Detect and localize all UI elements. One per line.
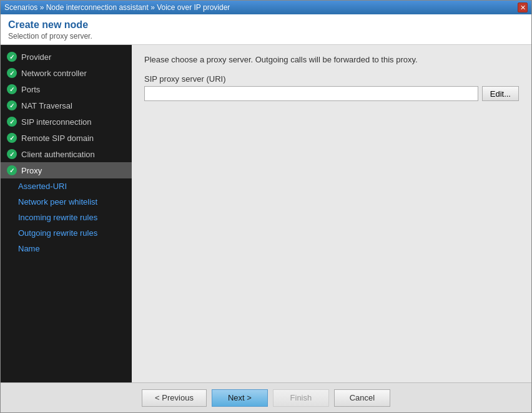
sidebar-item-network-controller[interactable]: ✓Network controller <box>1 65 132 81</box>
cancel-button[interactable]: Cancel <box>334 389 390 407</box>
sidebar-item-label: Remote SIP domain <box>21 134 94 143</box>
check-icon: ✓ <box>7 68 17 78</box>
check-icon: ✓ <box>7 117 17 127</box>
sidebar-sub-item-asserted-uri[interactable]: Asserted-URI <box>1 178 132 194</box>
proxy-form-group: SIP proxy server (URI) Edit... <box>144 74 519 101</box>
sidebar-sub-item-label: Network peer whitelist <box>18 197 97 206</box>
sidebar-item-label: Provider <box>21 52 51 62</box>
sidebar-item-label: Network controller <box>21 69 87 78</box>
proxy-label: SIP proxy server (URI) <box>144 74 519 84</box>
finish-button[interactable]: Finish <box>273 389 329 407</box>
title-bar: Scenarios » Node interconnection assista… <box>1 1 531 14</box>
sidebar-sub-item-incoming-rewrite-rules[interactable]: Incoming rewrite rules <box>1 210 132 225</box>
sidebar-item-label: SIP interconnection <box>21 117 92 127</box>
edit-button[interactable]: Edit... <box>482 86 519 101</box>
sidebar-item-sip-interconnection[interactable]: ✓SIP interconnection <box>1 114 132 130</box>
sidebar-item-remote-sip-domain[interactable]: ✓Remote SIP domain <box>1 130 132 146</box>
proxy-input-row: Edit... <box>144 86 519 101</box>
check-icon: ✓ <box>7 52 17 62</box>
sidebar-item-label: Ports <box>21 85 40 94</box>
check-icon: ✓ <box>7 165 17 175</box>
breadcrumb: Scenarios » Node interconnection assista… <box>4 3 230 12</box>
sidebar-sub-item-label: Incoming rewrite rules <box>18 213 97 222</box>
check-icon: ✓ <box>7 149 17 159</box>
sidebar-sub-item-label: Outgoing rewrite rules <box>18 228 97 238</box>
body: ✓Provider✓Network controller✓Ports✓NAT T… <box>1 45 531 382</box>
sidebar-sub-item-label: Name <box>18 244 40 253</box>
sidebar-item-label: Proxy <box>21 166 42 175</box>
sidebar-sub-item-label: Asserted-URI <box>18 182 67 191</box>
proxy-input[interactable] <box>144 86 478 101</box>
sidebar-item-proxy[interactable]: ✓Proxy <box>1 162 132 178</box>
sidebar-item-label: Client authentication <box>21 150 95 159</box>
page-header: Create new node Selection of proxy serve… <box>1 14 531 45</box>
page-title: Create new node <box>8 19 524 31</box>
page-subtitle: Selection of proxy server. <box>8 32 524 41</box>
sidebar-item-label: NAT Traversal <box>21 101 72 110</box>
check-icon: ✓ <box>7 100 17 110</box>
footer: < Previous Next > Finish Cancel <box>1 382 531 412</box>
next-button[interactable]: Next > <box>212 389 268 407</box>
previous-button[interactable]: < Previous <box>142 389 207 407</box>
sidebar-item-provider[interactable]: ✓Provider <box>1 49 132 65</box>
check-icon: ✓ <box>7 133 17 143</box>
description-text: Please choose a proxy server. Outgoing c… <box>144 55 519 64</box>
main-window: Scenarios » Node interconnection assista… <box>0 0 532 413</box>
sidebar-sub-item-outgoing-rewrite-rules[interactable]: Outgoing rewrite rules <box>1 225 132 241</box>
close-button[interactable]: ✕ <box>518 2 528 12</box>
sidebar-item-client-authentication[interactable]: ✓Client authentication <box>1 146 132 162</box>
sidebar-item-ports[interactable]: ✓Ports <box>1 81 132 97</box>
sidebar-item-nat-traversal[interactable]: ✓NAT Traversal <box>1 97 132 114</box>
main-content: Please choose a proxy server. Outgoing c… <box>132 45 531 382</box>
sidebar: ✓Provider✓Network controller✓Ports✓NAT T… <box>1 45 132 382</box>
sidebar-sub-item-network-peer-whitelist[interactable]: Network peer whitelist <box>1 194 132 210</box>
sidebar-sub-item-name[interactable]: Name <box>1 241 132 256</box>
check-icon: ✓ <box>7 84 17 94</box>
